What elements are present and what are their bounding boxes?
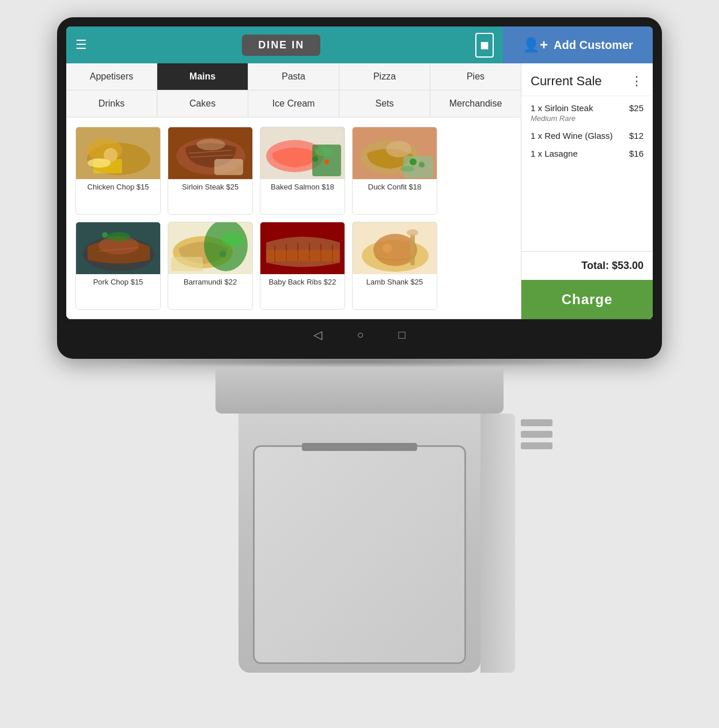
tablet-frame: ☰ DINE IN ■ 👤+ Add Customer Appetisers M… (57, 17, 662, 359)
product-sirloin-steak[interactable]: Sirloin Steak $25 (168, 127, 253, 215)
svg-rect-50 (410, 234, 415, 266)
stand-top (215, 367, 504, 414)
stand-slot-bar (302, 443, 417, 451)
product-babyback-image (260, 222, 345, 274)
menu-panel: Appetisers Mains Pasta Pizza Pies Drinks… (66, 63, 521, 319)
svg-point-25 (400, 166, 414, 172)
products-grid: Chicken Chop $15 (66, 117, 521, 319)
order-item-wine-name: 1 x Red Wine (Glass) (531, 131, 613, 141)
product-chicken-chop-image (76, 127, 161, 179)
add-customer-button[interactable]: 👤+ Add Customer (503, 26, 653, 63)
product-duck-confit[interactable]: Duck Confit $18 (352, 127, 437, 215)
svg-point-11 (196, 139, 225, 150)
svg-point-18 (324, 160, 329, 164)
product-babyback-label: Baby Back Ribs $22 (260, 274, 345, 290)
product-barramundi-label: Barramundi $22 (168, 274, 252, 290)
stand-arm (480, 414, 515, 673)
dine-in-badge[interactable]: DINE IN (242, 35, 320, 56)
order-item-sirloin-name: 1 x Sirloin Steak (531, 103, 593, 113)
stand-card-slot (253, 445, 466, 664)
order-panel: Current Sale ⋮ 1 x Sirloin Steak Medium … (521, 63, 653, 319)
product-lamb-shank[interactable]: Lamb Shank $25 (352, 222, 437, 310)
product-pork-label: Pork Chop $15 (76, 274, 160, 290)
order-item-sirloin-sub: Medium Rare (531, 114, 593, 123)
svg-point-30 (107, 232, 130, 241)
tab-sets[interactable]: Sets (339, 90, 430, 117)
add-customer-label: Add Customer (554, 39, 633, 52)
product-lamb-label: Lamb Shank $25 (353, 274, 437, 290)
svg-rect-12 (214, 159, 243, 175)
product-salmon-image (260, 127, 345, 179)
tablet-nav-bar: ◁ ○ □ (66, 319, 653, 350)
svg-rect-37 (171, 257, 203, 271)
order-item-sirloin[interactable]: 1 x Sirloin Steak Medium Rare $25 (531, 103, 644, 123)
order-item-wine[interactable]: 1 x Red Wine (Glass) $12 (531, 131, 644, 141)
svg-rect-45 (266, 250, 340, 261)
main-content: Appetisers Mains Pasta Pizza Pies Drinks… (66, 63, 653, 319)
menu-icon[interactable]: ☰ (75, 37, 87, 52)
tab-cakes[interactable]: Cakes (157, 90, 248, 117)
svg-point-51 (407, 229, 418, 236)
svg-point-36 (220, 251, 226, 257)
order-item-lasagne-info: 1 x Lasagne (531, 149, 578, 158)
svg-point-23 (410, 158, 417, 165)
tab-drinks[interactable]: Drinks (66, 90, 157, 117)
arm-slot-1 (521, 419, 553, 426)
tab-ice-cream[interactable]: Ice Cream (248, 90, 339, 117)
device-wrapper: ☰ DINE IN ■ 👤+ Add Customer Appetisers M… (0, 0, 719, 728)
svg-point-17 (312, 156, 318, 162)
order-item-wine-price: $12 (629, 131, 644, 141)
order-item-wine-info: 1 x Red Wine (Glass) (531, 131, 613, 141)
product-duck-label: Duck Confit $18 (353, 179, 437, 195)
product-barramundi-image (168, 222, 253, 274)
tab-mains[interactable]: Mains (157, 63, 248, 90)
product-baby-back-ribs[interactable]: Baby Back Ribs $22 (260, 222, 345, 310)
order-item-sirloin-info: 1 x Sirloin Steak Medium Rare (531, 103, 593, 123)
product-barramundi[interactable]: Barramundi $22 (168, 222, 253, 310)
calculator-icon[interactable]: ■ (475, 33, 494, 58)
product-duck-image (353, 127, 437, 179)
product-pork-chop[interactable]: Pork Chop $15 (75, 222, 161, 310)
svg-point-6 (88, 158, 111, 168)
product-lamb-image (353, 222, 437, 274)
tab-appetisers[interactable]: Appetisers (66, 63, 157, 90)
svg-point-24 (419, 162, 425, 168)
tab-pasta[interactable]: Pasta (248, 63, 339, 90)
order-item-lasagne-name: 1 x Lasagne (531, 149, 578, 158)
svg-point-31 (102, 232, 108, 238)
svg-point-21 (386, 141, 411, 157)
nav-recent-button[interactable]: □ (399, 328, 406, 342)
top-header: ☰ DINE IN ■ 👤+ Add Customer (66, 26, 653, 63)
charge-button[interactable]: Charge (521, 280, 653, 319)
order-total: Total: $53.00 (521, 251, 653, 280)
svg-point-52 (383, 244, 392, 253)
order-item-lasagne-price: $16 (629, 149, 644, 158)
category-tabs-row2: Drinks Cakes Ice Cream Sets Merchandise (66, 90, 521, 117)
current-sale-header: Current Sale ⋮ (521, 63, 653, 96)
product-chicken-chop[interactable]: Chicken Chop $15 (75, 127, 161, 215)
product-baked-salmon[interactable]: Baked Salmon $18 (260, 127, 345, 215)
tab-merchandise[interactable]: Merchandise (430, 90, 521, 117)
tab-pizza[interactable]: Pizza (339, 63, 430, 90)
order-item-lasagne[interactable]: 1 x Lasagne $16 (531, 149, 644, 158)
nav-home-button[interactable]: ○ (357, 328, 364, 342)
product-salmon-label: Baked Salmon $18 (260, 179, 345, 195)
tablet-screen: ☰ DINE IN ■ 👤+ Add Customer Appetisers M… (66, 26, 653, 319)
tab-pies[interactable]: Pies (430, 63, 521, 90)
product-pork-image (76, 222, 161, 274)
header-left: ☰ DINE IN ■ (66, 33, 503, 58)
order-item-sirloin-price: $25 (629, 103, 644, 113)
order-items-list: 1 x Sirloin Steak Medium Rare $25 1 x Re… (521, 96, 653, 251)
nav-back-button[interactable]: ◁ (313, 328, 322, 342)
device-stand (215, 367, 504, 673)
product-sirloin-image (168, 127, 253, 179)
more-options-icon[interactable]: ⋮ (630, 74, 644, 89)
add-customer-icon: 👤+ (523, 37, 548, 53)
svg-point-16 (315, 147, 332, 156)
stand-arm-slots (521, 419, 553, 449)
arm-slot-3 (521, 442, 553, 449)
current-sale-title: Current Sale (531, 74, 602, 89)
arm-slot-2 (521, 431, 553, 438)
product-chicken-chop-label: Chicken Chop $15 (76, 179, 160, 195)
category-tabs-row1: Appetisers Mains Pasta Pizza Pies (66, 63, 521, 90)
